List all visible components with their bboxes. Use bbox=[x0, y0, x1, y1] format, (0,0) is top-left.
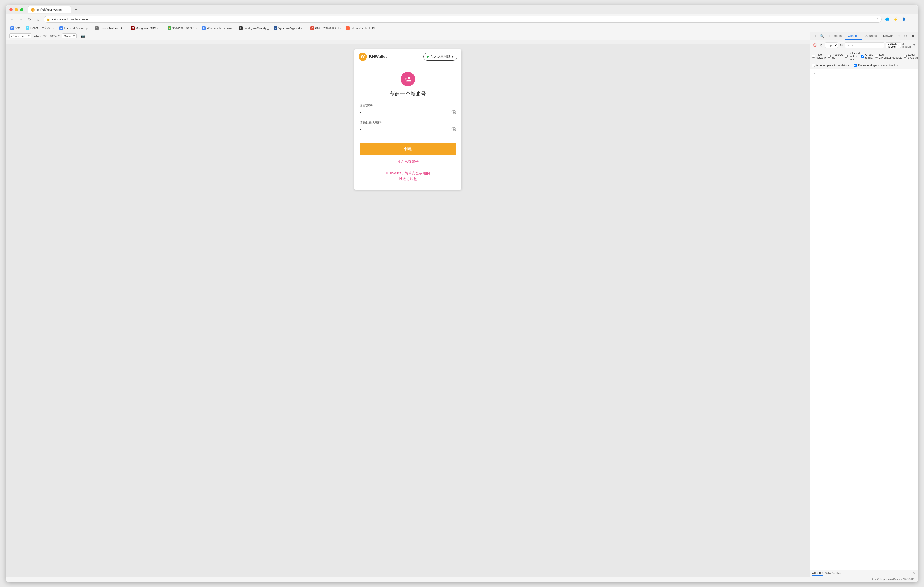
dimensions-display: 414 × 736 bbox=[34, 35, 47, 38]
bookmark-react[interactable]: R React 中文文档 -... bbox=[24, 26, 56, 30]
ethers-icon: E bbox=[202, 26, 206, 30]
height-value: 736 bbox=[43, 35, 47, 38]
network-button[interactable]: 以太坊主网络 ▾ bbox=[423, 53, 457, 61]
device-toolbar: iPhone 6/7... ▾ 414 × 736 100% ▾ Online … bbox=[6, 32, 462, 40]
tagline-line2: 以太坊钱包 bbox=[386, 176, 430, 182]
phone-frame: W KHWallet 以太坊主网络 ▾ bbox=[355, 49, 461, 190]
refresh-button[interactable]: ↻ bbox=[26, 16, 33, 23]
phone-container: W KHWallet 以太坊主网络 ▾ bbox=[6, 44, 462, 294]
app-content: 创建一个新账号 设置密码* bbox=[355, 64, 461, 190]
confirm-password-label: 请确认输入密码* bbox=[360, 121, 456, 125]
tab-bar: K 欢迎访问KHWallet × + bbox=[28, 6, 462, 13]
bookmarks-bar: ⊞ 应用 R React 中文文档 -... W The world's mos… bbox=[6, 24, 462, 32]
runoob-icon: 🐣 bbox=[168, 26, 171, 30]
bookmark-solidity[interactable]: S Solidity — Solidity _ bbox=[237, 26, 271, 30]
bookmark-runoob[interactable]: 🐣 菜鸟教程 - 学的不... bbox=[165, 26, 199, 30]
app-header: W KHWallet 以太坊主网络 ▾ bbox=[355, 49, 461, 64]
bookmark-label: 应用 bbox=[15, 26, 21, 30]
bookmark-infura[interactable]: I Infura - Scalable Bl... bbox=[344, 26, 379, 30]
logo-icon: W bbox=[359, 53, 367, 61]
bookmark-label: Icons - Material De... bbox=[100, 26, 126, 30]
solidity-icon: S bbox=[239, 26, 243, 30]
import-account-link[interactable]: 导入已有账号 bbox=[397, 159, 419, 164]
device-selector[interactable]: iPhone 6/7... ▾ bbox=[9, 33, 31, 38]
home-button[interactable]: ⌂ bbox=[35, 16, 42, 23]
network-chevron-icon: ▾ bbox=[452, 55, 454, 59]
tab-favicon: K bbox=[31, 8, 35, 12]
bookmark-label: React 中文文档 -... bbox=[30, 26, 54, 30]
network-status-dot bbox=[427, 56, 429, 58]
forward-button[interactable]: → bbox=[18, 16, 24, 23]
title-bar: K 欢迎访问KHWallet × + bbox=[6, 5, 462, 15]
bookmark-mongoose[interactable]: M Mongoose ODM v5... bbox=[129, 26, 165, 30]
app-tagline: KHWallet，简单安全易用的 以太坊钱包 bbox=[386, 170, 430, 182]
main-area: iPhone 6/7... ▾ 414 × 736 100% ▾ Online … bbox=[6, 32, 462, 294]
bookmark-label: Solidity — Solidity _ bbox=[244, 26, 269, 30]
zoom-selector[interactable]: 100% ▾ bbox=[50, 34, 59, 38]
bookmark-world[interactable]: W The world's most p... bbox=[57, 26, 92, 30]
create-account-icon bbox=[401, 72, 415, 86]
bookmark-label: The world's most p... bbox=[64, 26, 90, 30]
address-bar[interactable]: 🔒 kaihua.xyz/khwallet/create ☆ bbox=[44, 16, 462, 23]
tab-close-button[interactable]: × bbox=[64, 8, 68, 12]
zoom-chevron-icon: ▾ bbox=[58, 34, 59, 38]
bookmark-ethers[interactable]: E What is ethers.js —... bbox=[200, 26, 236, 30]
nav-bar: ← → ↻ ⌂ 🔒 kaihua.xyz/khwallet/create ☆ 🌐… bbox=[6, 15, 462, 24]
back-button[interactable]: ← bbox=[9, 16, 15, 23]
connection-chevron-icon: ▾ bbox=[73, 34, 75, 38]
confirm-visibility-toggle[interactable] bbox=[451, 127, 456, 132]
bookmark-icons[interactable]: ◻ Icons - Material De... bbox=[93, 26, 128, 30]
bookmark-label: Mongoose ODM v5... bbox=[135, 26, 162, 30]
password-input[interactable] bbox=[360, 110, 451, 114]
connection-selector[interactable]: Online ▾ bbox=[62, 33, 77, 38]
device-name: iPhone 6/7... bbox=[11, 35, 27, 38]
confirm-password-form-group: 请确认输入密码* bbox=[360, 121, 456, 133]
traffic-lights bbox=[9, 8, 23, 12]
world-icon: W bbox=[59, 26, 63, 30]
bookmark-label: 菜鸟教程 - 学的不... bbox=[172, 26, 197, 30]
app-name-label: KHWallet bbox=[369, 54, 387, 59]
create-account-title: 创建一个新账号 bbox=[390, 90, 426, 97]
react-icon: R bbox=[26, 26, 30, 30]
confirm-password-input[interactable] bbox=[360, 127, 451, 132]
mongoose-icon: M bbox=[131, 26, 135, 30]
password-form-group: 设置密码* bbox=[360, 104, 456, 117]
bookmark-dynamic[interactable]: 动 动态 - 天草降临 (Ti... bbox=[309, 26, 343, 30]
browser-tab[interactable]: K 欢迎访问KHWallet × bbox=[28, 6, 71, 13]
dynamic-icon: 动 bbox=[310, 26, 314, 30]
bookmark-vyper[interactable]: V Vyper — Vyper doc... bbox=[272, 26, 307, 30]
bookmark-apps[interactable]: ⊞ 应用 bbox=[8, 26, 23, 30]
infura-icon: I bbox=[346, 26, 350, 30]
vyper-icon: V bbox=[274, 26, 277, 30]
confirm-password-input-wrapper bbox=[360, 127, 456, 133]
bookmark-label: 动态 - 天草降临 (Ti... bbox=[315, 26, 341, 30]
bookmark-label: Infura - Scalable Bl... bbox=[351, 26, 377, 30]
new-tab-button[interactable]: + bbox=[73, 7, 79, 13]
bookmark-label: What is ethers.js —... bbox=[207, 26, 234, 30]
password-label: 设置密码* bbox=[360, 104, 456, 108]
zoom-value: 100% bbox=[50, 35, 57, 38]
password-visibility-toggle[interactable] bbox=[451, 110, 456, 115]
minimize-window-button[interactable] bbox=[15, 8, 18, 12]
ruler bbox=[6, 40, 462, 44]
app-logo: W KHWallet bbox=[359, 53, 387, 61]
viewport-area: iPhone 6/7... ▾ 414 × 736 100% ▾ Online … bbox=[6, 32, 462, 294]
dimension-separator: × bbox=[40, 35, 41, 38]
close-window-button[interactable] bbox=[9, 8, 13, 12]
icons-icon: ◻ bbox=[95, 26, 99, 30]
apps-icon: ⊞ bbox=[10, 26, 14, 30]
connection-value: Online bbox=[64, 35, 72, 38]
screenshot-icon[interactable]: 📷 bbox=[81, 34, 85, 38]
device-chevron-icon: ▾ bbox=[28, 34, 30, 38]
url-text: kaihua.xyz/khwallet/create bbox=[52, 18, 462, 21]
width-value: 414 bbox=[34, 35, 39, 38]
tagline-line1: KHWallet，简单安全易用的 bbox=[386, 170, 430, 176]
lock-icon: 🔒 bbox=[47, 18, 50, 21]
maximize-window-button[interactable] bbox=[20, 8, 23, 12]
create-button[interactable]: 创建 bbox=[360, 143, 456, 155]
browser-window: K 欢迎访问KHWallet × + ← → ↻ ⌂ 🔒 kaihua.xyz/… bbox=[6, 5, 462, 294]
password-input-wrapper bbox=[360, 110, 456, 117]
tab-title: 欢迎访问KHWallet bbox=[36, 8, 62, 12]
bookmark-label: Vyper — Vyper doc... bbox=[279, 26, 305, 30]
network-label: 以太坊主网络 bbox=[430, 54, 450, 59]
